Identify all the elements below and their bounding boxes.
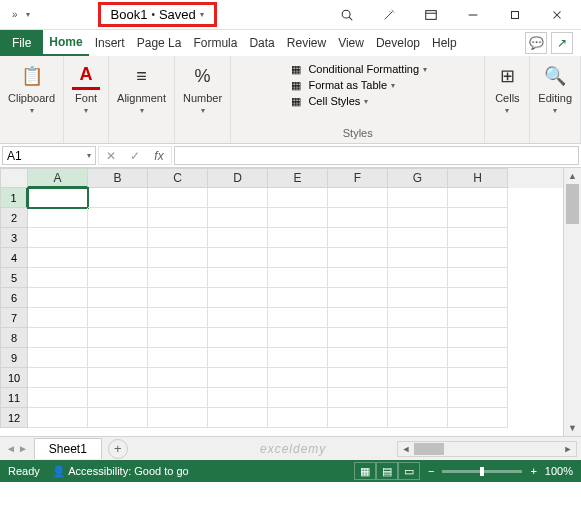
- cell[interactable]: [148, 328, 208, 348]
- cell[interactable]: [448, 328, 508, 348]
- cell[interactable]: [88, 368, 148, 388]
- accessibility-status[interactable]: 👤 Accessibility: Good to go: [52, 465, 189, 478]
- cell[interactable]: [328, 328, 388, 348]
- cell[interactable]: [328, 208, 388, 228]
- cell[interactable]: [268, 208, 328, 228]
- cell[interactable]: [148, 308, 208, 328]
- cell[interactable]: [328, 308, 388, 328]
- cell[interactable]: [448, 248, 508, 268]
- cell[interactable]: [448, 368, 508, 388]
- cell[interactable]: [208, 288, 268, 308]
- cells-button[interactable]: ⊞ Cells ▾: [491, 60, 523, 117]
- column-header[interactable]: D: [208, 168, 268, 188]
- cell[interactable]: [328, 288, 388, 308]
- column-header[interactable]: E: [268, 168, 328, 188]
- column-header[interactable]: G: [388, 168, 448, 188]
- cell[interactable]: [448, 308, 508, 328]
- cell[interactable]: [208, 268, 268, 288]
- cell[interactable]: [328, 348, 388, 368]
- zoom-level[interactable]: 100%: [545, 465, 573, 477]
- cell[interactable]: [28, 328, 88, 348]
- cell[interactable]: [268, 388, 328, 408]
- cell[interactable]: [328, 368, 388, 388]
- tab-formulas[interactable]: Formula: [187, 30, 243, 56]
- name-box[interactable]: A1 ▾: [2, 146, 96, 165]
- cell[interactable]: [88, 308, 148, 328]
- cell[interactable]: [88, 188, 148, 208]
- cell[interactable]: [88, 408, 148, 428]
- close-button[interactable]: [537, 1, 577, 29]
- scroll-right-icon[interactable]: ►: [560, 444, 576, 454]
- tab-insert[interactable]: Insert: [89, 30, 131, 56]
- cell[interactable]: [148, 288, 208, 308]
- column-header[interactable]: F: [328, 168, 388, 188]
- qat-more-icon[interactable]: »: [8, 7, 22, 22]
- cell[interactable]: [28, 188, 88, 208]
- column-header[interactable]: C: [148, 168, 208, 188]
- cell[interactable]: [148, 248, 208, 268]
- scroll-left-icon[interactable]: ◄: [398, 444, 414, 454]
- cell[interactable]: [208, 328, 268, 348]
- minimize-button[interactable]: [453, 1, 493, 29]
- cell[interactable]: [268, 228, 328, 248]
- page-layout-button[interactable]: ▤: [376, 462, 398, 480]
- cell[interactable]: [328, 408, 388, 428]
- cell[interactable]: [388, 348, 448, 368]
- cell[interactable]: [448, 188, 508, 208]
- cell[interactable]: [88, 388, 148, 408]
- row-header[interactable]: 9: [0, 348, 28, 368]
- page-break-button[interactable]: ▭: [398, 462, 420, 480]
- cell[interactable]: [388, 308, 448, 328]
- cell[interactable]: [388, 248, 448, 268]
- scroll-up-icon[interactable]: ▲: [564, 168, 581, 184]
- cell[interactable]: [28, 388, 88, 408]
- tab-file[interactable]: File: [0, 30, 43, 56]
- cell[interactable]: [328, 248, 388, 268]
- cell[interactable]: [388, 368, 448, 388]
- cell[interactable]: [208, 408, 268, 428]
- cell[interactable]: [448, 408, 508, 428]
- cell[interactable]: [448, 288, 508, 308]
- clipboard-button[interactable]: 📋 Clipboard ▾: [6, 60, 57, 117]
- cell[interactable]: [88, 208, 148, 228]
- cell[interactable]: [268, 248, 328, 268]
- cell[interactable]: [148, 228, 208, 248]
- cell[interactable]: [88, 328, 148, 348]
- cell[interactable]: [328, 388, 388, 408]
- ribbon-display-icon[interactable]: [411, 1, 451, 29]
- qat-dropdown-icon[interactable]: ▾: [26, 10, 30, 19]
- row-header[interactable]: 4: [0, 248, 28, 268]
- row-header[interactable]: 6: [0, 288, 28, 308]
- cell[interactable]: [328, 228, 388, 248]
- zoom-out-button[interactable]: −: [428, 465, 434, 477]
- number-button[interactable]: % Number ▾: [181, 60, 224, 117]
- font-button[interactable]: A Font ▾: [70, 60, 102, 117]
- tab-review[interactable]: Review: [281, 30, 332, 56]
- tab-view[interactable]: View: [332, 30, 370, 56]
- cell[interactable]: [28, 408, 88, 428]
- maximize-button[interactable]: [495, 1, 535, 29]
- cell[interactable]: [28, 228, 88, 248]
- horizontal-scrollbar[interactable]: ◄ ►: [397, 441, 577, 457]
- search-icon[interactable]: [327, 1, 367, 29]
- cell[interactable]: [448, 388, 508, 408]
- cell[interactable]: [208, 208, 268, 228]
- vscroll-thumb[interactable]: [566, 184, 579, 224]
- row-header[interactable]: 3: [0, 228, 28, 248]
- cell[interactable]: [328, 268, 388, 288]
- editing-button[interactable]: 🔍 Editing ▾: [536, 60, 574, 117]
- cell[interactable]: [208, 308, 268, 328]
- select-all-corner[interactable]: [0, 168, 28, 188]
- hscroll-thumb[interactable]: [414, 443, 444, 455]
- cell[interactable]: [448, 348, 508, 368]
- magic-icon[interactable]: [369, 1, 409, 29]
- cell[interactable]: [388, 228, 448, 248]
- workbook-title[interactable]: Book1 • Saved ▾: [98, 2, 217, 27]
- conditional-formatting-button[interactable]: ▦Conditional Formatting▾: [288, 62, 427, 76]
- cell-styles-button[interactable]: ▦Cell Styles▾: [288, 94, 427, 108]
- column-header[interactable]: H: [448, 168, 508, 188]
- cell[interactable]: [388, 268, 448, 288]
- cell[interactable]: [88, 248, 148, 268]
- cell[interactable]: [448, 228, 508, 248]
- tab-data[interactable]: Data: [243, 30, 280, 56]
